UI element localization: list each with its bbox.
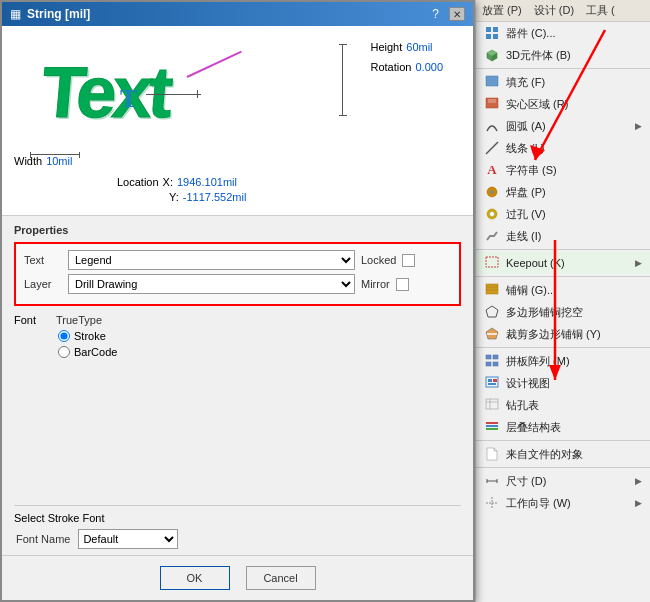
arc-label: 圆弧 (A) bbox=[506, 119, 629, 134]
menu-item-line[interactable]: 线条 (L) bbox=[476, 137, 650, 159]
menu-item-via[interactable]: 过孔 (V) bbox=[476, 203, 650, 225]
barcode-label: BarCode bbox=[74, 346, 117, 358]
slice-icon bbox=[484, 326, 500, 342]
track-icon bbox=[484, 228, 500, 244]
cube-icon bbox=[484, 47, 500, 63]
region-icon bbox=[484, 96, 500, 112]
menu-item-string[interactable]: A 字符串 (S) bbox=[476, 159, 650, 181]
mirror-label: Mirror bbox=[361, 278, 390, 290]
stroke-radio[interactable] bbox=[58, 330, 70, 342]
close-button[interactable]: ✕ bbox=[449, 7, 465, 21]
dialog-titlebar: ▦ String [mil] ? ✕ bbox=[2, 2, 473, 26]
font-name-select[interactable]: Default bbox=[78, 529, 178, 549]
work-guide-arrow: ▶ bbox=[635, 498, 642, 508]
drill-icon bbox=[484, 397, 500, 413]
height-arrow-bot bbox=[339, 115, 347, 116]
barcode-radio[interactable] bbox=[58, 346, 70, 358]
question-mark[interactable]: ? bbox=[432, 7, 439, 21]
copper-icon bbox=[484, 282, 500, 298]
svg-rect-30 bbox=[488, 383, 496, 385]
menu-item-copper[interactable]: 铺铜 (G)... bbox=[476, 279, 650, 301]
track-label: 走线 (I) bbox=[506, 229, 642, 244]
menu-item-slice-poly[interactable]: 裁剪多边形铺铜 (Y) bbox=[476, 323, 650, 345]
text-preview: Text bbox=[39, 56, 172, 128]
keepout-label: Keepout (K) bbox=[506, 257, 629, 269]
text-select[interactable]: Legend bbox=[68, 250, 355, 270]
A-icon: A bbox=[484, 162, 500, 178]
menu-item-arc[interactable]: 圆弧 (A) ▶ bbox=[476, 115, 650, 137]
location-y-label: Y: bbox=[169, 191, 179, 203]
menu-item-work-guide[interactable]: 工作向导 (W) ▶ bbox=[476, 492, 650, 514]
stroke-label: Stroke bbox=[74, 330, 106, 342]
separator-4 bbox=[476, 347, 650, 348]
svg-point-13 bbox=[490, 190, 494, 194]
preview-area: Text Width 10mil T Height 60mil Rotation… bbox=[2, 26, 473, 216]
menu-item-keepout[interactable]: Keepout (K) ▶ bbox=[476, 252, 650, 274]
layer-select[interactable]: Drill Drawing bbox=[68, 274, 355, 294]
svg-rect-24 bbox=[493, 355, 498, 359]
locked-checkbox[interactable] bbox=[402, 254, 415, 267]
cancel-button[interactable]: Cancel bbox=[246, 566, 316, 590]
menu-item-from-file[interactable]: 来自文件的对象 bbox=[476, 443, 650, 465]
font-label: Font bbox=[14, 314, 52, 326]
from-file-label: 来自文件的对象 bbox=[506, 447, 642, 462]
file-icon bbox=[484, 446, 500, 462]
string-dialog: ▦ String [mil] ? ✕ Text Width 10mil T He… bbox=[0, 0, 475, 602]
mirror-checkbox[interactable] bbox=[396, 278, 409, 291]
menu-item-poly-cutout[interactable]: 多边形铺铜挖空 bbox=[476, 301, 650, 323]
dimension-label: 尺寸 (D) bbox=[506, 474, 629, 489]
menu-item-3d[interactable]: 3D元件体 (B) bbox=[476, 44, 650, 66]
stroke-divider bbox=[14, 505, 461, 506]
menu-item-component[interactable]: 器件 (C)... bbox=[476, 22, 650, 44]
menu-item-solid-region[interactable]: 实心区域 (R) bbox=[476, 93, 650, 115]
rotation-label: Rotation bbox=[370, 61, 411, 73]
menu-item-dimension[interactable]: 尺寸 (D) ▶ bbox=[476, 470, 650, 492]
design-view-label: 设计视图 bbox=[506, 376, 642, 391]
menu-header-design[interactable]: 设计 (D) bbox=[528, 0, 580, 21]
svg-line-11 bbox=[486, 142, 498, 154]
fill-icon bbox=[484, 74, 500, 90]
svg-rect-26 bbox=[493, 362, 498, 366]
via-label: 过孔 (V) bbox=[506, 207, 642, 222]
svg-rect-1 bbox=[493, 27, 498, 32]
panelize-label: 拼板阵列 (M) bbox=[506, 354, 642, 369]
menu-item-panelize[interactable]: 拼板阵列 (M) bbox=[476, 350, 650, 372]
text-row: Text Legend Locked bbox=[24, 250, 451, 270]
layer-field-label: Layer bbox=[24, 278, 62, 290]
font-name-label: Font Name bbox=[16, 533, 70, 545]
menu-item-design-view[interactable]: 设计视图 bbox=[476, 372, 650, 394]
menu-item-fill[interactable]: 填充 (F) bbox=[476, 71, 650, 93]
svg-rect-3 bbox=[493, 34, 498, 39]
width-arrow-right bbox=[79, 152, 80, 158]
ok-button[interactable]: OK bbox=[160, 566, 230, 590]
locked-group: Locked bbox=[361, 254, 451, 267]
svg-rect-28 bbox=[488, 379, 492, 382]
view-icon bbox=[484, 375, 500, 391]
dialog-buttons: OK Cancel bbox=[2, 555, 473, 600]
text-field-label: Text bbox=[24, 254, 62, 266]
menu-item-track[interactable]: 走线 (I) bbox=[476, 225, 650, 247]
width-value: 10mil bbox=[46, 155, 72, 167]
menu-header-place[interactable]: 放置 (P) bbox=[476, 0, 528, 21]
layer-stack-label: 层叠结构表 bbox=[506, 420, 642, 435]
polygon-icon bbox=[484, 304, 500, 320]
guide-icon bbox=[484, 495, 500, 511]
location-display: Location X: 1946.101mil Y: -1117.552mil bbox=[117, 176, 246, 203]
svg-rect-8 bbox=[486, 98, 498, 108]
stroke-radio-row: Stroke bbox=[58, 330, 461, 342]
layer-row: Layer Drill Drawing Mirror bbox=[24, 274, 451, 294]
menu-item-layer-stack[interactable]: 层叠结构表 bbox=[476, 416, 650, 438]
grid-icon bbox=[484, 25, 500, 41]
separator-1 bbox=[476, 68, 650, 69]
menu-item-drill-table[interactable]: 钻孔表 bbox=[476, 394, 650, 416]
mirror-group: Mirror bbox=[361, 278, 451, 291]
svg-rect-23 bbox=[486, 355, 491, 359]
height-value: 60mil bbox=[406, 41, 432, 53]
menu-item-pad[interactable]: 焊盘 (P) bbox=[476, 181, 650, 203]
dialog-title: String [mil] bbox=[27, 7, 90, 21]
separator-3 bbox=[476, 276, 650, 277]
height-label: Height bbox=[370, 41, 402, 53]
line-icon bbox=[484, 140, 500, 156]
menu-header-tools[interactable]: 工具 ( bbox=[580, 0, 621, 21]
dialog-title-left: ▦ String [mil] bbox=[10, 7, 90, 21]
